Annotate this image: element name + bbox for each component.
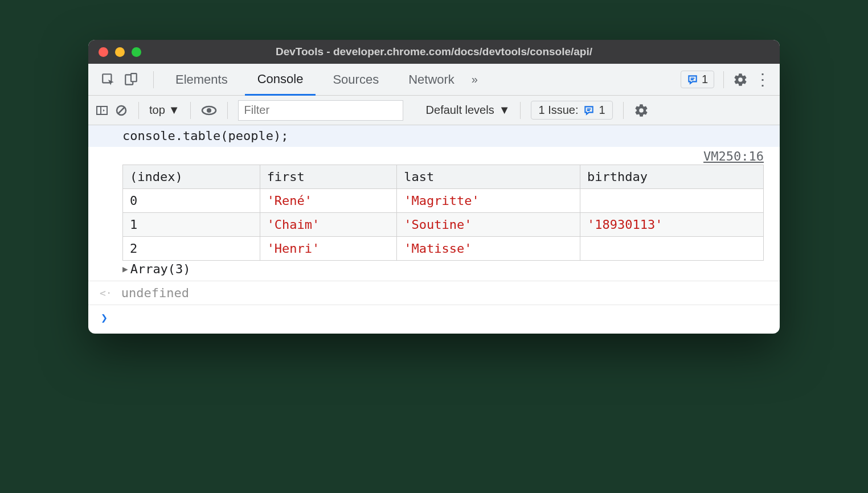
traffic-lights — [99, 47, 141, 57]
issue-label: 1 Issue: — [538, 104, 578, 117]
triangle-right-icon: ▶ — [122, 264, 128, 274]
log-levels-select[interactable]: Default levels ▼ — [426, 104, 510, 117]
svg-rect-5 — [97, 106, 107, 114]
svg-line-8 — [118, 108, 124, 113]
settings-icon[interactable] — [733, 72, 748, 87]
cell-last: 'Matisse' — [397, 237, 580, 261]
console-prompt[interactable]: ❯ — [88, 305, 780, 334]
chevron-down-icon: ▼ — [169, 104, 180, 117]
return-value: undefined — [121, 286, 189, 300]
separator — [138, 102, 139, 119]
col-first[interactable]: first — [260, 165, 397, 189]
return-line: <· undefined — [88, 281, 780, 305]
return-arrow-icon: <· — [100, 287, 112, 299]
separator — [520, 102, 521, 119]
inspect-element-icon[interactable] — [101, 72, 116, 87]
issue-count: 1 — [599, 104, 605, 117]
window-title: DevTools - developer.chrome.com/docs/dev… — [88, 46, 780, 58]
console-table: (index) first last birthday 0 'René' 'Ma… — [88, 163, 780, 261]
separator — [227, 102, 228, 119]
cell-index: 0 — [123, 189, 260, 213]
console-filterbar: top ▼ Default levels ▼ 1 Issue: 1 — [88, 96, 780, 125]
toggle-sidebar-icon[interactable] — [95, 104, 109, 117]
cell-birthday: '18930113' — [580, 213, 764, 237]
table-row[interactable]: 2 'Henri' 'Matisse' — [123, 237, 764, 261]
chevron-right-icon: ❯ — [101, 311, 108, 324]
chevron-down-icon: ▼ — [499, 104, 510, 117]
separator — [723, 71, 724, 88]
source-link[interactable]: VM250:16 — [88, 147, 780, 163]
separator — [190, 102, 191, 119]
array-label: Array(3) — [130, 262, 191, 276]
code-input-line: console.table(people); — [88, 125, 780, 147]
separator — [623, 102, 624, 119]
col-index[interactable]: (index) — [123, 165, 260, 189]
cell-first: 'Henri' — [260, 237, 397, 261]
cell-birthday — [580, 237, 764, 261]
devtools-window: DevTools - developer.chrome.com/docs/dev… — [88, 40, 780, 334]
zoom-window-button[interactable] — [132, 47, 141, 57]
more-tabs-icon[interactable]: » — [472, 73, 478, 86]
minimize-window-button[interactable] — [115, 47, 125, 57]
context-select[interactable]: top ▼ — [149, 104, 180, 117]
table-row[interactable]: 1 'Chaim' 'Soutine' '18930113' — [123, 213, 764, 237]
filter-input[interactable] — [238, 100, 403, 121]
console-body: console.table(people); VM250:16 (index) … — [88, 125, 780, 334]
svg-rect-2 — [131, 73, 137, 81]
expand-array[interactable]: ▶Array(3) — [88, 261, 780, 281]
console-settings-icon[interactable] — [634, 103, 649, 118]
cell-birthday — [580, 189, 764, 213]
cell-index: 2 — [123, 237, 260, 261]
table-header-row: (index) first last birthday — [123, 165, 764, 189]
tab-elements[interactable]: Elements — [163, 64, 240, 96]
tab-sources[interactable]: Sources — [320, 64, 391, 96]
main-tabbar: Elements Console Sources Network » 1 ⋮ — [88, 64, 780, 96]
svg-point-10 — [207, 108, 211, 113]
context-label: top — [149, 104, 165, 117]
messages-count: 1 — [702, 73, 708, 86]
toggle-device-icon[interactable] — [124, 72, 138, 87]
close-window-button[interactable] — [99, 47, 108, 57]
tab-console[interactable]: Console — [245, 64, 316, 96]
issues-pill[interactable]: 1 Issue: 1 — [531, 101, 612, 120]
messages-badge[interactable]: 1 — [681, 71, 714, 88]
col-birthday[interactable]: birthday — [580, 165, 764, 189]
kebab-menu-icon[interactable]: ⋮ — [752, 70, 773, 89]
cell-first: 'Chaim' — [260, 213, 397, 237]
levels-label: Default levels — [426, 104, 494, 117]
cell-last: 'Magritte' — [397, 189, 580, 213]
tab-network[interactable]: Network — [396, 64, 467, 96]
titlebar: DevTools - developer.chrome.com/docs/dev… — [88, 40, 780, 64]
cell-index: 1 — [123, 213, 260, 237]
cell-first: 'René' — [260, 189, 397, 213]
col-last[interactable]: last — [397, 165, 580, 189]
live-expression-icon[interactable] — [201, 105, 217, 116]
table-row[interactable]: 0 'René' 'Magritte' — [123, 189, 764, 213]
cell-last: 'Soutine' — [397, 213, 580, 237]
separator — [153, 71, 154, 88]
clear-console-icon[interactable] — [114, 104, 128, 117]
